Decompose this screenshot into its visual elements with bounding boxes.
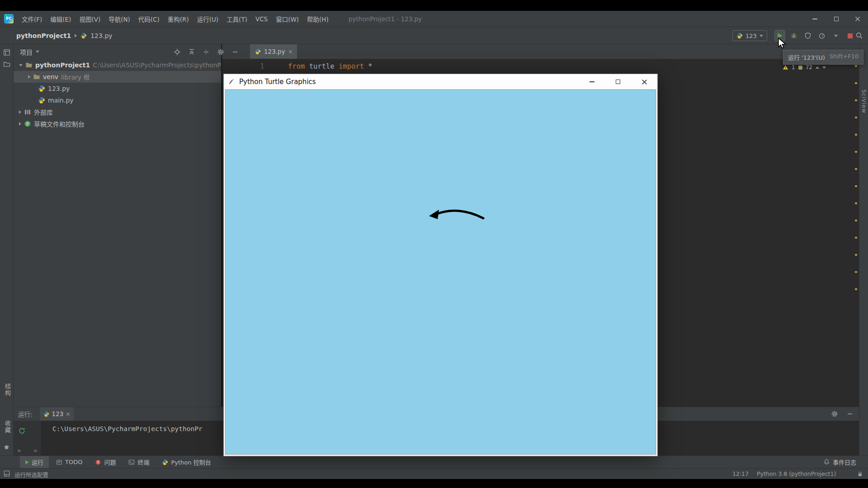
- turtle-graphics-window[interactable]: Python Turtle Graphics: [223, 74, 658, 456]
- locate-file-button[interactable]: [174, 48, 181, 56]
- tree-item-path: C:\Users\ASUS\PycharmProjects\pythonProj…: [93, 61, 222, 69]
- chevron-right-icon: [28, 75, 30, 79]
- window-controls: [804, 11, 868, 27]
- folder-toolwindow-button[interactable]: [3, 61, 10, 68]
- menu-run[interactable]: 运行(U): [193, 11, 222, 27]
- tab-close-icon[interactable]: [66, 412, 70, 416]
- expand-options-button[interactable]: [203, 48, 210, 56]
- bell-icon: [823, 459, 830, 465]
- scratch-icon: [24, 120, 31, 127]
- console-output: C:\Users\ASUS\PycharmProjects\pythonPr: [52, 425, 203, 432]
- shield-icon: [804, 32, 811, 39]
- menu-code[interactable]: 代码(C): [134, 11, 164, 27]
- lock-icon[interactable]: [857, 471, 863, 477]
- inspection-widget[interactable]: 1 72: [783, 64, 826, 70]
- run-config-selector[interactable]: 123: [732, 30, 767, 41]
- gauge-icon: [818, 32, 826, 39]
- run-tooltip: 运行 '123'(U) Shift+F10: [783, 50, 863, 65]
- maximize-button[interactable]: [826, 11, 847, 27]
- toolbar-problems-button[interactable]: 问题: [90, 456, 121, 468]
- menu-navigate[interactable]: 导航(N): [104, 11, 134, 27]
- turtle-window-controls: [579, 74, 657, 89]
- menu-tools[interactable]: 工具(T): [222, 11, 251, 27]
- interpreter-selector[interactable]: Python 3.8 (pythonProject1): [757, 470, 836, 477]
- toolwindow-toggle-icon[interactable]: [4, 470, 10, 477]
- tree-item-123py[interactable]: 123.py: [14, 83, 222, 94]
- menu-window[interactable]: 窗口(W): [272, 11, 303, 27]
- hide-panel-button[interactable]: [231, 48, 239, 56]
- run-tab-123[interactable]: 123: [40, 407, 74, 421]
- tree-item-mainpy[interactable]: main.py: [14, 94, 222, 106]
- hide-run-panel-button[interactable]: [846, 410, 854, 418]
- tooltip-label: 运行 '123'(U): [788, 53, 825, 61]
- project-panel-title: 项目: [20, 47, 33, 56]
- turtle-canvas[interactable]: [225, 89, 656, 455]
- stop-button[interactable]: [845, 30, 855, 41]
- panel-settings-button[interactable]: [217, 48, 224, 56]
- project-panel: 项目 pythonProject1 C:\Users\ASUS\PycharmP…: [14, 44, 222, 407]
- turtle-close-button[interactable]: [631, 74, 657, 89]
- editor-tab-123py[interactable]: 123.py: [250, 44, 297, 59]
- toolbar-problems-label: 问题: [104, 458, 116, 466]
- prev-issue-chevron-icon[interactable]: [816, 66, 819, 69]
- tree-item-project-root[interactable]: pythonProject1 C:\Users\ASUS\PycharmProj…: [14, 59, 222, 71]
- turtle-minimize-button[interactable]: [579, 74, 605, 89]
- breadcrumb-project[interactable]: pythonProject1: [16, 32, 71, 39]
- line-number: 1: [260, 62, 264, 70]
- menu-refactor[interactable]: 重构(R): [164, 11, 193, 27]
- python-file-icon: [162, 459, 168, 465]
- profiler-button[interactable]: [817, 30, 827, 41]
- folder-icon: [33, 73, 40, 80]
- run-settings-button[interactable]: [831, 410, 838, 418]
- navigation-bar: pythonProject1 123.py 123: [0, 27, 868, 44]
- python-file-icon: [38, 85, 45, 92]
- close-button[interactable]: [847, 11, 868, 27]
- error-stripe[interactable]: [855, 65, 857, 300]
- console-fold-marker[interactable]: »: [17, 447, 21, 454]
- rerun-icon: [18, 427, 26, 435]
- favorites-star-icon[interactable]: [3, 444, 10, 450]
- debug-button[interactable]: [789, 30, 799, 41]
- project-toolwindow-button[interactable]: [3, 49, 10, 56]
- coverage-button[interactable]: [803, 30, 813, 41]
- console-fold-marker[interactable]: »: [33, 447, 38, 454]
- structure-toolwindow-button[interactable]: 结构: [3, 383, 12, 397]
- toolbar-todo-button[interactable]: TODO: [51, 456, 88, 468]
- toolbar-python-console-button[interactable]: Python 控制台: [156, 456, 216, 468]
- project-panel-toolbar: [174, 44, 239, 59]
- python-file-icon: [736, 33, 743, 39]
- turtle-maximize-button[interactable]: [605, 74, 631, 89]
- tree-item-scratches[interactable]: 草稿文件和控制台: [14, 118, 222, 130]
- error-icon: [95, 459, 101, 465]
- favorites-toolwindow-button[interactable]: 收藏: [3, 420, 12, 434]
- more-run-options-button[interactable]: [831, 30, 841, 41]
- breadcrumb-file[interactable]: 123.py: [90, 32, 112, 39]
- tree-item-external-libraries[interactable]: 外部库: [14, 106, 222, 118]
- turtle-window-titlebar[interactable]: Python Turtle Graphics: [224, 74, 657, 89]
- event-log-button[interactable]: 事件日志: [823, 458, 856, 466]
- divider-icon: [203, 48, 210, 56]
- turtle-drawing-arc: [426, 202, 486, 224]
- minimize-button[interactable]: [804, 11, 826, 27]
- sciview-toolwindow-button[interactable]: SciView: [861, 89, 867, 113]
- menu-edit[interactable]: 编辑(E): [46, 11, 75, 27]
- chevron-down-icon: [834, 35, 838, 37]
- collapse-all-button[interactable]: [188, 48, 195, 56]
- chevron-down-icon: [36, 51, 39, 53]
- menu-view[interactable]: 视图(V): [75, 11, 104, 27]
- run-panel-gutter: » »: [14, 421, 41, 455]
- menu-help[interactable]: 帮助(H): [303, 11, 333, 27]
- rerun-button[interactable]: [18, 427, 26, 435]
- toolbar-terminal-button[interactable]: 终端: [123, 456, 155, 468]
- tab-close-icon[interactable]: [288, 50, 292, 54]
- tree-item-venv[interactable]: venv library 根: [14, 71, 222, 83]
- tree-item-label: 草稿文件和控制台: [34, 119, 85, 128]
- toolbar-run-button[interactable]: 运行: [20, 456, 49, 468]
- next-issue-chevron-icon[interactable]: [822, 66, 826, 69]
- menu-vcs[interactable]: VCS: [251, 11, 272, 27]
- menu-file[interactable]: 文件(F): [18, 11, 46, 27]
- folder-icon: [25, 61, 33, 69]
- run-config-name: 123: [745, 33, 757, 39]
- toolbar-run-label: 运行: [32, 458, 43, 466]
- search-everywhere-button[interactable]: [855, 32, 863, 39]
